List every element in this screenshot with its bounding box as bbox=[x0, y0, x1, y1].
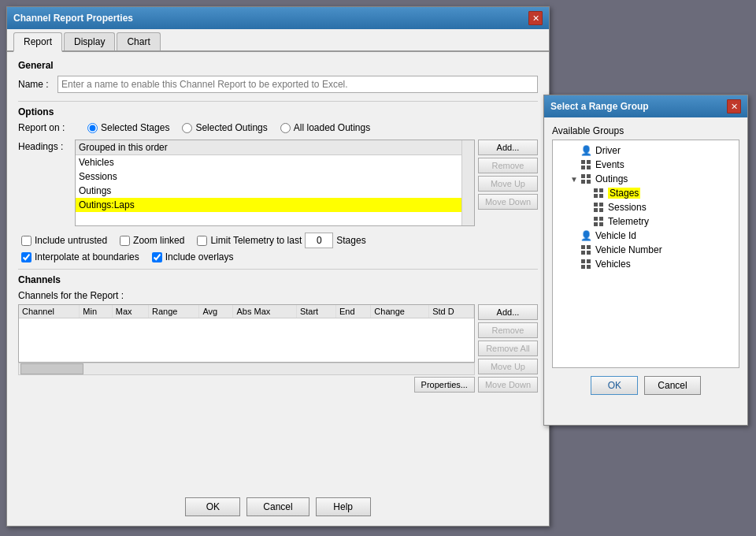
tab-chart[interactable]: Chart bbox=[117, 32, 160, 50]
range-titlebar: Select a Range Group ✕ bbox=[544, 95, 747, 117]
range-bottom-buttons: OK Cancel bbox=[552, 376, 739, 395]
svg-rect-21 bbox=[587, 245, 591, 249]
headings-row: Headings : Grouped in this order Vehicle… bbox=[18, 140, 538, 226]
list-item[interactable]: Outings:Laps bbox=[76, 198, 474, 212]
channels-for-row: Channels for the Report : bbox=[18, 290, 538, 301]
tree-item-telemetry[interactable]: Telemetry bbox=[556, 214, 736, 229]
include-overlays-checkbox[interactable] bbox=[152, 252, 162, 262]
report-on-label: Report on : bbox=[18, 122, 75, 133]
tree-item-sessions[interactable]: Sessions bbox=[556, 200, 736, 214]
channels-hscrollbar[interactable] bbox=[18, 363, 475, 375]
dialog-body: General Name : Options Report on : Selec… bbox=[7, 52, 549, 400]
headings-move-down-button[interactable]: Move Down bbox=[478, 194, 538, 210]
radio-selected-outings-input[interactable] bbox=[182, 123, 192, 133]
svg-rect-4 bbox=[581, 174, 585, 178]
svg-rect-20 bbox=[581, 245, 585, 249]
range-ok-button[interactable]: OK bbox=[591, 376, 638, 395]
radio-all-outings-input[interactable] bbox=[280, 123, 291, 133]
outings-expand-icon[interactable]: ▼ bbox=[569, 173, 580, 184]
svg-rect-12 bbox=[594, 203, 598, 207]
col-stdd: Std D bbox=[429, 305, 474, 318]
bottom-buttons: OK Cancel Help bbox=[7, 497, 549, 516]
radio-selected-stages-input[interactable] bbox=[87, 123, 98, 133]
svg-rect-17 bbox=[599, 217, 603, 221]
col-avg: Avg bbox=[199, 305, 233, 318]
channels-remove-button[interactable]: Remove bbox=[478, 322, 538, 338]
radio-selected-stages[interactable]: Selected Stages bbox=[87, 122, 169, 133]
svg-rect-5 bbox=[587, 174, 591, 178]
radio-all-outings[interactable]: All loaded Outings bbox=[280, 122, 370, 133]
headings-add-button[interactable]: Add... bbox=[478, 140, 538, 155]
limit-telemetry-checkbox[interactable] bbox=[197, 236, 207, 246]
interpolate-boundaries-checkbox[interactable] bbox=[21, 252, 32, 262]
limit-telemetry-option[interactable]: Limit Telemetry to last Stages bbox=[197, 233, 365, 248]
headings-list-container: Grouped in this order Vehicles Sessions … bbox=[75, 140, 538, 226]
include-untrusted-checkbox[interactable] bbox=[21, 236, 32, 246]
range-close-button[interactable]: ✕ bbox=[727, 99, 741, 114]
tab-report[interactable]: Report bbox=[13, 32, 62, 52]
outings-icon bbox=[580, 173, 592, 185]
include-untrusted-label: Include untrusted bbox=[35, 235, 107, 246]
tree-expand bbox=[581, 202, 592, 213]
channels-remove-all-button[interactable]: Remove All bbox=[478, 341, 538, 356]
hscroll-thumb[interactable] bbox=[20, 363, 83, 374]
svg-rect-3 bbox=[587, 166, 591, 169]
limit-telemetry-label: Limit Telemetry to last bbox=[210, 235, 302, 246]
svg-rect-8 bbox=[594, 188, 598, 192]
tree-item-stages[interactable]: Stages bbox=[556, 186, 736, 200]
tree-expand bbox=[569, 244, 580, 255]
tree-container[interactable]: 👤 Driver Events ▼ Outings bbox=[552, 140, 739, 368]
vehicle-id-icon: 👤 bbox=[580, 229, 592, 242]
zoom-linked-option[interactable]: Zoom linked bbox=[120, 235, 184, 246]
list-item[interactable]: Vehicles bbox=[76, 155, 474, 169]
svg-rect-14 bbox=[594, 208, 598, 212]
list-item[interactable]: Sessions bbox=[76, 169, 474, 184]
tree-label-events: Events bbox=[595, 159, 624, 170]
tree-expand bbox=[581, 216, 592, 227]
name-input[interactable] bbox=[57, 76, 538, 93]
channels-add-button[interactable]: Add... bbox=[478, 304, 538, 320]
properties-btn-row: Properties... bbox=[18, 377, 475, 393]
interpolate-boundaries-option[interactable]: Interpolate at boundaries bbox=[21, 251, 139, 262]
headings-move-up-button[interactable]: Move Up bbox=[478, 176, 538, 192]
tree-item-vehicle-number[interactable]: Vehicle Number bbox=[556, 243, 736, 257]
radio-selected-outings[interactable]: Selected Outings bbox=[182, 122, 267, 133]
range-cancel-button[interactable]: Cancel bbox=[644, 376, 700, 395]
tree-item-events[interactable]: Events bbox=[556, 158, 736, 172]
svg-rect-19 bbox=[599, 222, 603, 226]
tab-display[interactable]: Display bbox=[64, 32, 115, 50]
headings-scrollbar[interactable] bbox=[461, 140, 474, 225]
svg-rect-23 bbox=[587, 251, 591, 255]
headings-remove-button[interactable]: Remove bbox=[478, 158, 538, 173]
include-overlays-option[interactable]: Include overlays bbox=[152, 251, 234, 262]
main-close-button[interactable]: ✕ bbox=[528, 11, 543, 25]
tree-item-vehicles[interactable]: Vehicles bbox=[556, 257, 736, 271]
available-groups-label: Available Groups bbox=[552, 125, 739, 136]
sessions-icon bbox=[592, 201, 605, 214]
zoom-linked-checkbox[interactable] bbox=[120, 236, 130, 246]
col-absmax: Abs Max bbox=[233, 305, 296, 318]
include-overlays-label: Include overlays bbox=[165, 251, 234, 262]
limit-value-input[interactable] bbox=[305, 233, 333, 248]
svg-rect-6 bbox=[581, 180, 585, 184]
include-untrusted-option[interactable]: Include untrusted bbox=[21, 235, 107, 246]
tree-item-outings[interactable]: ▼ Outings bbox=[556, 172, 736, 186]
tree-item-driver[interactable]: 👤 Driver bbox=[556, 143, 736, 158]
tree-label-vehicles: Vehicles bbox=[595, 259, 631, 270]
properties-button[interactable]: Properties... bbox=[414, 377, 475, 393]
interpolate-boundaries-label: Interpolate at boundaries bbox=[35, 251, 139, 262]
cancel-button[interactable]: Cancel bbox=[246, 497, 309, 516]
svg-rect-24 bbox=[581, 259, 585, 263]
channels-move-down-button[interactable]: Move Down bbox=[478, 377, 538, 393]
col-end: End bbox=[335, 305, 370, 318]
svg-rect-22 bbox=[581, 251, 585, 255]
tree-item-vehicle-id[interactable]: 👤 Vehicle Id bbox=[556, 229, 736, 243]
svg-rect-10 bbox=[594, 194, 598, 198]
ok-button[interactable]: OK bbox=[185, 497, 240, 516]
list-item[interactable]: Outings bbox=[76, 184, 474, 198]
checkboxes-row1: Include untrusted Zoom linked Limit Tele… bbox=[18, 233, 538, 248]
channels-table-container[interactable]: Channel Min Max Range Avg Abs Max Start … bbox=[18, 304, 475, 363]
col-max: Max bbox=[112, 305, 148, 318]
help-button[interactable]: Help bbox=[316, 497, 371, 516]
channels-move-up-button[interactable]: Move Up bbox=[478, 359, 538, 374]
